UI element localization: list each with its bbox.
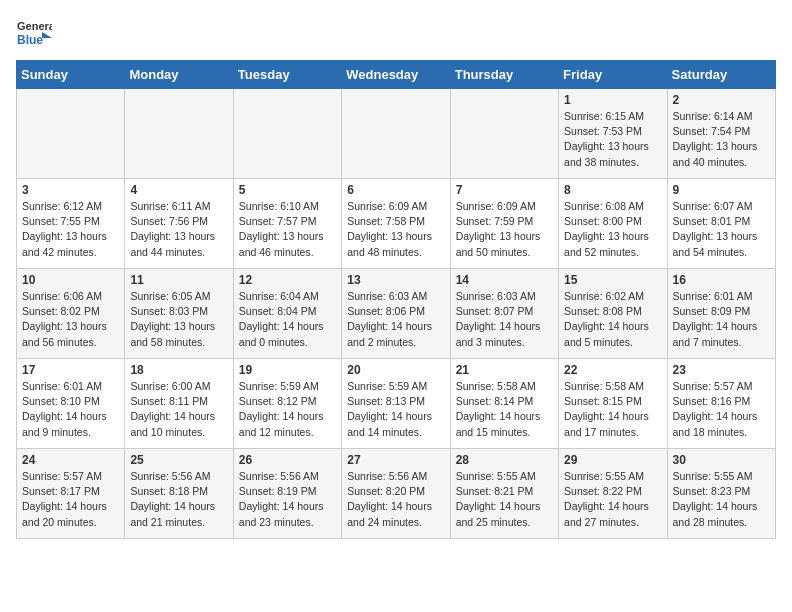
day-number: 12 xyxy=(239,273,336,287)
calendar-cell: 20Sunrise: 5:59 AM Sunset: 8:13 PM Dayli… xyxy=(342,359,450,449)
day-number: 10 xyxy=(22,273,119,287)
day-number: 24 xyxy=(22,453,119,467)
day-info: Sunrise: 6:14 AM Sunset: 7:54 PM Dayligh… xyxy=(673,109,770,170)
calendar-cell: 10Sunrise: 6:06 AM Sunset: 8:02 PM Dayli… xyxy=(17,269,125,359)
calendar-cell: 25Sunrise: 5:56 AM Sunset: 8:18 PM Dayli… xyxy=(125,449,233,539)
weekday-row: SundayMondayTuesdayWednesdayThursdayFrid… xyxy=(17,61,776,89)
day-info: Sunrise: 5:58 AM Sunset: 8:14 PM Dayligh… xyxy=(456,379,553,440)
calendar-cell: 2Sunrise: 6:14 AM Sunset: 7:54 PM Daylig… xyxy=(667,89,775,179)
day-info: Sunrise: 5:59 AM Sunset: 8:12 PM Dayligh… xyxy=(239,379,336,440)
weekday-header-friday: Friday xyxy=(559,61,667,89)
calendar-body: 1Sunrise: 6:15 AM Sunset: 7:53 PM Daylig… xyxy=(17,89,776,539)
day-number: 13 xyxy=(347,273,444,287)
day-number: 27 xyxy=(347,453,444,467)
calendar-cell xyxy=(450,89,558,179)
calendar-cell: 21Sunrise: 5:58 AM Sunset: 8:14 PM Dayli… xyxy=(450,359,558,449)
day-info: Sunrise: 6:10 AM Sunset: 7:57 PM Dayligh… xyxy=(239,199,336,260)
day-info: Sunrise: 6:05 AM Sunset: 8:03 PM Dayligh… xyxy=(130,289,227,350)
day-info: Sunrise: 5:56 AM Sunset: 8:18 PM Dayligh… xyxy=(130,469,227,530)
day-number: 5 xyxy=(239,183,336,197)
day-info: Sunrise: 6:08 AM Sunset: 8:00 PM Dayligh… xyxy=(564,199,661,260)
day-number: 23 xyxy=(673,363,770,377)
day-number: 26 xyxy=(239,453,336,467)
day-info: Sunrise: 5:55 AM Sunset: 8:22 PM Dayligh… xyxy=(564,469,661,530)
week-row-1: 1Sunrise: 6:15 AM Sunset: 7:53 PM Daylig… xyxy=(17,89,776,179)
calendar-cell: 28Sunrise: 5:55 AM Sunset: 8:21 PM Dayli… xyxy=(450,449,558,539)
calendar-cell: 7Sunrise: 6:09 AM Sunset: 7:59 PM Daylig… xyxy=(450,179,558,269)
day-info: Sunrise: 5:56 AM Sunset: 8:20 PM Dayligh… xyxy=(347,469,444,530)
day-info: Sunrise: 6:04 AM Sunset: 8:04 PM Dayligh… xyxy=(239,289,336,350)
day-number: 25 xyxy=(130,453,227,467)
calendar-cell: 8Sunrise: 6:08 AM Sunset: 8:00 PM Daylig… xyxy=(559,179,667,269)
week-row-4: 17Sunrise: 6:01 AM Sunset: 8:10 PM Dayli… xyxy=(17,359,776,449)
day-number: 18 xyxy=(130,363,227,377)
page-header: General Blue xyxy=(16,16,776,52)
week-row-3: 10Sunrise: 6:06 AM Sunset: 8:02 PM Dayli… xyxy=(17,269,776,359)
svg-text:Blue: Blue xyxy=(17,33,43,47)
calendar-cell: 16Sunrise: 6:01 AM Sunset: 8:09 PM Dayli… xyxy=(667,269,775,359)
day-info: Sunrise: 6:03 AM Sunset: 8:07 PM Dayligh… xyxy=(456,289,553,350)
calendar-cell: 12Sunrise: 6:04 AM Sunset: 8:04 PM Dayli… xyxy=(233,269,341,359)
weekday-header-wednesday: Wednesday xyxy=(342,61,450,89)
calendar-cell: 3Sunrise: 6:12 AM Sunset: 7:55 PM Daylig… xyxy=(17,179,125,269)
day-number: 1 xyxy=(564,93,661,107)
day-number: 29 xyxy=(564,453,661,467)
weekday-header-sunday: Sunday xyxy=(17,61,125,89)
calendar-cell: 14Sunrise: 6:03 AM Sunset: 8:07 PM Dayli… xyxy=(450,269,558,359)
day-number: 22 xyxy=(564,363,661,377)
day-number: 8 xyxy=(564,183,661,197)
weekday-header-thursday: Thursday xyxy=(450,61,558,89)
calendar-header: SundayMondayTuesdayWednesdayThursdayFrid… xyxy=(17,61,776,89)
day-info: Sunrise: 6:01 AM Sunset: 8:09 PM Dayligh… xyxy=(673,289,770,350)
day-number: 30 xyxy=(673,453,770,467)
week-row-2: 3Sunrise: 6:12 AM Sunset: 7:55 PM Daylig… xyxy=(17,179,776,269)
day-info: Sunrise: 6:00 AM Sunset: 8:11 PM Dayligh… xyxy=(130,379,227,440)
calendar-cell: 5Sunrise: 6:10 AM Sunset: 7:57 PM Daylig… xyxy=(233,179,341,269)
calendar-cell: 15Sunrise: 6:02 AM Sunset: 8:08 PM Dayli… xyxy=(559,269,667,359)
day-info: Sunrise: 5:57 AM Sunset: 8:16 PM Dayligh… xyxy=(673,379,770,440)
calendar-cell: 29Sunrise: 5:55 AM Sunset: 8:22 PM Dayli… xyxy=(559,449,667,539)
calendar-cell: 26Sunrise: 5:56 AM Sunset: 8:19 PM Dayli… xyxy=(233,449,341,539)
day-number: 4 xyxy=(130,183,227,197)
day-info: Sunrise: 5:58 AM Sunset: 8:15 PM Dayligh… xyxy=(564,379,661,440)
logo-graphic: General Blue xyxy=(16,16,52,52)
day-info: Sunrise: 6:02 AM Sunset: 8:08 PM Dayligh… xyxy=(564,289,661,350)
day-info: Sunrise: 6:06 AM Sunset: 8:02 PM Dayligh… xyxy=(22,289,119,350)
day-info: Sunrise: 6:12 AM Sunset: 7:55 PM Dayligh… xyxy=(22,199,119,260)
svg-marker-1 xyxy=(42,32,52,38)
day-number: 6 xyxy=(347,183,444,197)
calendar-cell: 27Sunrise: 5:56 AM Sunset: 8:20 PM Dayli… xyxy=(342,449,450,539)
calendar-cell: 30Sunrise: 5:55 AM Sunset: 8:23 PM Dayli… xyxy=(667,449,775,539)
day-number: 21 xyxy=(456,363,553,377)
calendar-cell: 13Sunrise: 6:03 AM Sunset: 8:06 PM Dayli… xyxy=(342,269,450,359)
day-number: 7 xyxy=(456,183,553,197)
logo: General Blue xyxy=(16,16,52,52)
day-number: 20 xyxy=(347,363,444,377)
calendar-cell xyxy=(233,89,341,179)
weekday-header-monday: Monday xyxy=(125,61,233,89)
calendar-table: SundayMondayTuesdayWednesdayThursdayFrid… xyxy=(16,60,776,539)
day-number: 15 xyxy=(564,273,661,287)
day-number: 11 xyxy=(130,273,227,287)
calendar-cell: 6Sunrise: 6:09 AM Sunset: 7:58 PM Daylig… xyxy=(342,179,450,269)
day-number: 2 xyxy=(673,93,770,107)
day-info: Sunrise: 6:09 AM Sunset: 7:59 PM Dayligh… xyxy=(456,199,553,260)
calendar-cell: 17Sunrise: 6:01 AM Sunset: 8:10 PM Dayli… xyxy=(17,359,125,449)
day-info: Sunrise: 5:55 AM Sunset: 8:23 PM Dayligh… xyxy=(673,469,770,530)
day-info: Sunrise: 5:59 AM Sunset: 8:13 PM Dayligh… xyxy=(347,379,444,440)
day-number: 19 xyxy=(239,363,336,377)
calendar-cell: 9Sunrise: 6:07 AM Sunset: 8:01 PM Daylig… xyxy=(667,179,775,269)
calendar-cell: 1Sunrise: 6:15 AM Sunset: 7:53 PM Daylig… xyxy=(559,89,667,179)
calendar-cell: 19Sunrise: 5:59 AM Sunset: 8:12 PM Dayli… xyxy=(233,359,341,449)
day-info: Sunrise: 6:07 AM Sunset: 8:01 PM Dayligh… xyxy=(673,199,770,260)
weekday-header-saturday: Saturday xyxy=(667,61,775,89)
calendar-cell: 23Sunrise: 5:57 AM Sunset: 8:16 PM Dayli… xyxy=(667,359,775,449)
day-number: 9 xyxy=(673,183,770,197)
calendar-cell xyxy=(125,89,233,179)
calendar-cell: 18Sunrise: 6:00 AM Sunset: 8:11 PM Dayli… xyxy=(125,359,233,449)
day-info: Sunrise: 5:57 AM Sunset: 8:17 PM Dayligh… xyxy=(22,469,119,530)
week-row-5: 24Sunrise: 5:57 AM Sunset: 8:17 PM Dayli… xyxy=(17,449,776,539)
calendar-cell: 22Sunrise: 5:58 AM Sunset: 8:15 PM Dayli… xyxy=(559,359,667,449)
calendar-cell: 4Sunrise: 6:11 AM Sunset: 7:56 PM Daylig… xyxy=(125,179,233,269)
calendar-cell: 11Sunrise: 6:05 AM Sunset: 8:03 PM Dayli… xyxy=(125,269,233,359)
